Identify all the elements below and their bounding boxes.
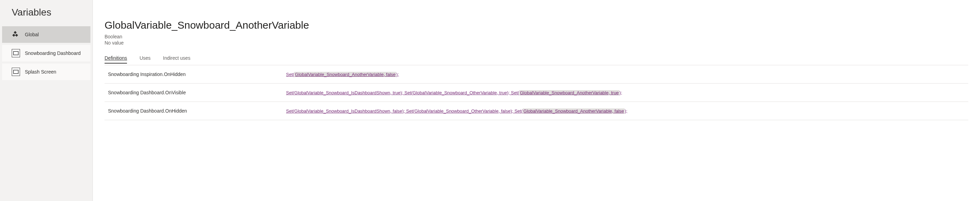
definition-row: Snowboarding Inspiration.OnHidden Set(Gl… [105, 65, 968, 84]
definition-formula-cell: Set(GlobalVariable_Snowboard_IsDashboard… [286, 84, 968, 102]
sidebar: Variables Global Snowboarding Dashboard [0, 0, 93, 201]
definition-formula[interactable]: Set(GlobalVariable_Snowboard_AnotherVari… [286, 72, 399, 77]
sidebar-title: Variables [0, 0, 92, 26]
svg-rect-4 [13, 70, 18, 73]
screen-icon [12, 68, 20, 76]
variable-title: GlobalVariable_Snowboard_AnotherVariable [105, 19, 980, 31]
sidebar-item-label: Splash Screen [25, 69, 56, 75]
definition-formula[interactable]: Set(GlobalVariable_Snowboard_IsDashboard… [286, 108, 627, 113]
svg-rect-2 [15, 34, 18, 37]
variable-type: Boolean [105, 34, 980, 39]
definitions-table: Snowboarding Inspiration.OnHidden Set(Gl… [105, 65, 968, 120]
svg-rect-0 [14, 31, 17, 34]
definition-location: Snowboarding Dashboard.OnHidden [105, 102, 286, 120]
sidebar-items: Global Snowboarding Dashboard Splash Scr… [0, 26, 92, 80]
definition-formula[interactable]: Set(GlobalVariable_Snowboard_IsDashboard… [286, 90, 622, 95]
tab-definitions[interactable]: Definitions [105, 55, 127, 64]
tab-uses[interactable]: Uses [139, 55, 150, 64]
screen-icon [12, 49, 20, 57]
definition-location: Snowboarding Dashboard.OnVisible [105, 84, 286, 102]
sidebar-item-snowboarding-dashboard[interactable]: Snowboarding Dashboard [2, 45, 91, 61]
definition-formula-cell: Set(GlobalVariable_Snowboard_IsDashboard… [286, 102, 968, 120]
definition-row: Snowboarding Dashboard.OnHidden Set(Glob… [105, 102, 968, 120]
tab-indirect-uses[interactable]: Indirect uses [163, 55, 190, 64]
sidebar-item-label: Snowboarding Dashboard [25, 50, 81, 56]
sidebar-item-splash-screen[interactable]: Splash Screen [2, 64, 91, 80]
sidebar-item-global[interactable]: Global [2, 26, 91, 43]
definition-formula-cell: Set(GlobalVariable_Snowboard_AnotherVari… [286, 65, 968, 84]
tabs: Definitions Uses Indirect uses [105, 55, 980, 64]
variable-value: No value [105, 40, 980, 46]
svg-rect-1 [13, 34, 15, 37]
definition-row: Snowboarding Dashboard.OnVisible Set(Glo… [105, 84, 968, 102]
main-panel: GlobalVariable_Snowboard_AnotherVariable… [93, 0, 980, 201]
sidebar-item-label: Global [25, 32, 39, 37]
definition-location: Snowboarding Inspiration.OnHidden [105, 65, 286, 84]
diamond-icon [12, 30, 20, 39]
svg-rect-3 [13, 51, 18, 55]
